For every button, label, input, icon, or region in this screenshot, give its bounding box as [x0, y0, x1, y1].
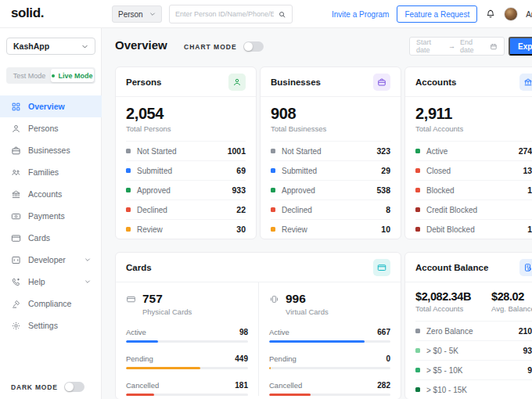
- entity-type-select[interactable]: Person: [112, 5, 162, 23]
- card-title: Cards: [126, 263, 152, 272]
- sidebar-item-label: Accounts: [28, 189, 62, 199]
- stat-value: 538: [376, 185, 390, 195]
- arrow-right-icon: →: [448, 42, 455, 50]
- progress-track: [269, 367, 390, 369]
- sidebar-item-overview[interactable]: Overview: [0, 95, 102, 117]
- program-select[interactable]: KashApp: [6, 38, 95, 55]
- sidebar-item-label: Compliance: [28, 299, 71, 308]
- status-swatch: [415, 368, 420, 372]
- user-name: Andrew Stubblefield: [526, 10, 532, 19]
- sidebar-item-persons[interactable]: Persons: [0, 117, 102, 139]
- stat-label: Not Started: [137, 147, 177, 156]
- stat-value: 323: [376, 146, 390, 156]
- stat-value: 30: [236, 225, 246, 234]
- sidebar-item-compliance[interactable]: Compliance: [0, 293, 102, 315]
- stat-value: 10: [381, 225, 390, 234]
- sidebar-item-accounts[interactable]: Accounts: [0, 183, 102, 205]
- status-swatch: [415, 387, 420, 392]
- total-label: Total Persons: [126, 124, 246, 133]
- status-swatch: [126, 149, 131, 153]
- bar-label: Pending: [269, 354, 297, 363]
- bar-value: 282: [377, 381, 390, 390]
- card-title: Account Balance: [415, 263, 488, 272]
- stat-label: Blocked: [426, 186, 455, 195]
- chevron-down-icon: [84, 279, 91, 285]
- stat-label: Approved: [137, 186, 171, 195]
- progress-fill: [269, 340, 365, 343]
- bar-label: Cancelled: [269, 381, 302, 390]
- sidebar-item-help[interactable]: Help: [0, 271, 102, 293]
- dark-mode-control: DARK MODE: [11, 382, 84, 392]
- total-value: 908: [271, 105, 390, 123]
- stat-label: Submitted: [282, 167, 317, 175]
- date-range-picker[interactable]: Start date → End date: [409, 37, 505, 56]
- stat-value: 1001: [228, 146, 246, 156]
- sidebar-item-settings[interactable]: Settings: [0, 315, 102, 336]
- sidebar-item-families[interactable]: Families: [0, 161, 102, 183]
- families-icon: [11, 167, 21, 178]
- card-body: 757 Physical Cards Active98 Pending449 C…: [116, 282, 401, 396]
- topbar: solid. Person Enter Person ID/Name/Phone…: [0, 0, 532, 28]
- physical-cards-label: Physical Cards: [142, 307, 248, 316]
- stat-value: 935: [523, 346, 532, 355]
- physical-card-icon: [126, 294, 136, 304]
- stat-value: 8: [386, 205, 390, 214]
- notifications-bell-icon[interactable]: [485, 9, 496, 20]
- user-avatar[interactable]: [504, 7, 518, 21]
- status-swatch: [271, 207, 275, 212]
- feature-request-button[interactable]: Feature a Request: [397, 5, 477, 23]
- person-badge-icon: [228, 74, 246, 91]
- card-header: Businesses: [261, 67, 401, 97]
- live-mode-toggle[interactable]: Live Mode: [51, 69, 94, 82]
- toggle-knob: [244, 42, 253, 51]
- dark-mode-toggle[interactable]: [64, 382, 84, 392]
- invite-program-link[interactable]: Invite a Program: [332, 10, 389, 19]
- bar-value: 449: [235, 354, 248, 363]
- sidebar-item-businesses[interactable]: Businesses: [0, 139, 102, 161]
- chart-mode-toggle[interactable]: [243, 41, 264, 52]
- bar-row: Active667: [269, 328, 390, 343]
- briefcase-badge-icon: [373, 74, 390, 91]
- sidebar-item-developer[interactable]: Developer: [0, 249, 102, 271]
- stat-label: Not Started: [282, 147, 322, 156]
- status-swatch: [126, 188, 131, 192]
- progress-fill: [269, 367, 271, 369]
- progress-fill: [269, 394, 311, 396]
- stat-label: Submitted: [137, 167, 172, 175]
- stat-row: > $10 - 15K9: [415, 379, 532, 399]
- export-label: Export: [518, 42, 532, 51]
- status-swatch: [126, 227, 131, 232]
- stat-value: 139: [523, 166, 532, 175]
- test-mode-toggle[interactable]: Test Mode: [8, 69, 51, 82]
- bank-icon: [11, 189, 21, 200]
- credit-card-badge-icon: [373, 259, 390, 276]
- balance-doc-badge-icon: [519, 259, 532, 276]
- virtual-cards-column: 996 Virtual Cards Active667 Pending0 Can…: [258, 282, 401, 396]
- chart-mode-control: CHART MODE: [184, 41, 264, 52]
- bar-row: Pending449: [126, 354, 248, 369]
- stat-row: Review10: [271, 219, 390, 239]
- stat-row: Not Started1001: [126, 141, 246, 160]
- search-input[interactable]: Enter Person ID/Name/Phone/Email: [169, 5, 293, 23]
- sidebar-item-cards[interactable]: Cards: [0, 227, 102, 249]
- bar-value: 0: [386, 354, 390, 363]
- stat-row: > $5 - 10K91: [415, 360, 532, 379]
- bar-value: 667: [377, 328, 390, 336]
- total-label: Total Businesses: [271, 124, 390, 133]
- mode-switch: Test Mode Live Mode: [6, 67, 95, 84]
- cards-card: Cards 757 Physical Cards Active98: [115, 252, 401, 399]
- status-swatch: [126, 207, 131, 212]
- app-logo: solid.: [11, 5, 44, 21]
- gear-icon: [11, 321, 21, 331]
- bar-value: 98: [239, 328, 248, 336]
- progress-track: [126, 394, 248, 396]
- export-button[interactable]: Export: [509, 37, 532, 56]
- stat-label: Review: [282, 225, 307, 234]
- stat-row: Declined8: [271, 200, 390, 219]
- progress-fill: [126, 367, 200, 369]
- stat-row: Approved933: [126, 180, 246, 200]
- dark-mode-label: DARK MODE: [11, 383, 58, 391]
- avg-block: $28.02 Avg. Balance: [491, 290, 532, 313]
- sidebar-item-payments[interactable]: Payments: [0, 205, 102, 227]
- stat-row: Zero Balance2103: [415, 321, 532, 340]
